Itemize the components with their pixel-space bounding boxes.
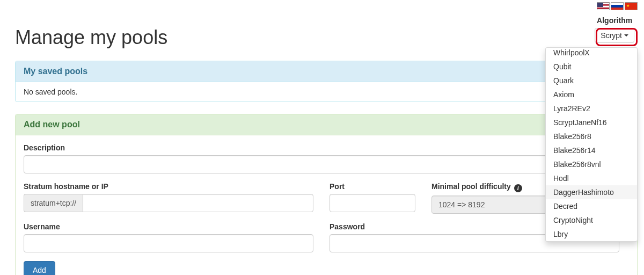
algorithm-option[interactable]: Blake256r8: [546, 129, 637, 143]
language-flags: ★: [0, 0, 644, 10]
algorithm-option[interactable]: Hodl: [546, 171, 637, 185]
algorithm-option[interactable]: Qubit: [546, 60, 637, 74]
algorithm-option[interactable]: Blake256r14: [546, 143, 637, 157]
algorithm-option[interactable]: Axiom: [546, 88, 637, 102]
algorithm-option[interactable]: CryptoNight: [546, 213, 637, 227]
caret-down-icon: [624, 34, 628, 37]
username-label: Username: [24, 222, 313, 231]
flag-ru[interactable]: [611, 2, 624, 10]
add-pool-heading: Add new pool: [24, 120, 80, 129]
stratum-prefix: stratum+tcp://: [24, 194, 83, 212]
info-icon[interactable]: i: [514, 184, 522, 192]
flag-cn[interactable]: ★: [625, 2, 638, 10]
algorithm-option[interactable]: DaggerHashimoto: [546, 185, 637, 199]
algorithm-dropdown-button[interactable]: Scrypt: [595, 28, 634, 43]
username-input[interactable]: [24, 234, 313, 252]
saved-pools-empty: No saved pools.: [16, 82, 637, 102]
algorithm-option[interactable]: Blake256r8vnl: [546, 157, 637, 171]
algorithm-option[interactable]: Quark: [546, 74, 637, 88]
port-input[interactable]: [330, 194, 415, 212]
stratum-label: Stratum hostname or IP: [24, 182, 313, 191]
saved-pools-heading: My saved pools: [16, 61, 637, 82]
description-label: Description: [24, 143, 629, 152]
algorithm-option[interactable]: ScryptJaneNf16: [546, 115, 637, 129]
description-input[interactable]: [24, 155, 629, 173]
algorithm-dropdown-menu[interactable]: WhirlpoolXQubitQuarkAxiomLyra2REv2Scrypt…: [545, 47, 638, 242]
flag-us[interactable]: [597, 2, 610, 10]
algorithm-option[interactable]: WhirlpoolX: [546, 48, 637, 60]
page-title: Manage my pools: [15, 26, 638, 49]
algorithm-option[interactable]: Lyra2REv2: [546, 102, 637, 115]
add-pool-panel: Add new pool Recommended pools Descripti…: [15, 114, 638, 275]
algorithm-option[interactable]: Lbry: [546, 227, 637, 241]
port-label: Port: [330, 182, 415, 191]
saved-pools-panel: My saved pools No saved pools.: [15, 61, 638, 102]
algorithm-label: Algorithm: [595, 16, 634, 25]
algorithm-selected-text: Scrypt: [601, 31, 622, 40]
algorithm-selector: Algorithm Scrypt: [595, 16, 634, 43]
add-button[interactable]: Add: [24, 261, 55, 276]
algorithm-option[interactable]: Decred: [546, 199, 637, 213]
stratum-input[interactable]: [83, 194, 313, 212]
